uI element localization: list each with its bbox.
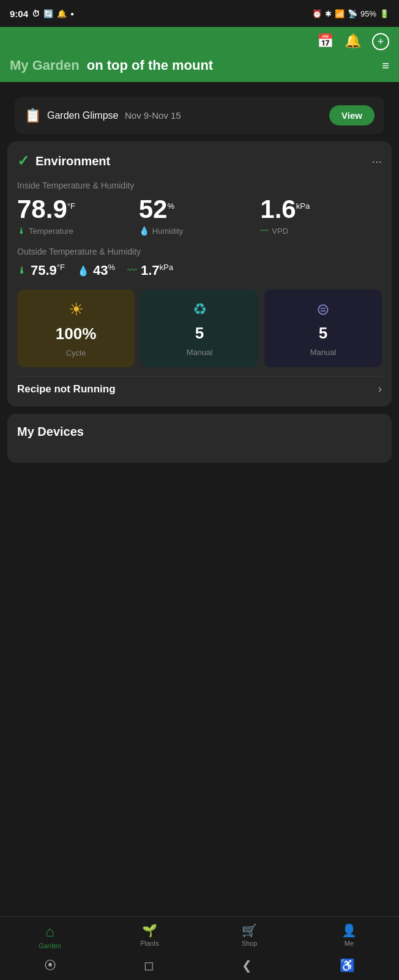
inside-temp-unit: °F — [67, 201, 75, 211]
nav-garden-label: Garden — [39, 942, 61, 949]
env-title-row: ✓ Environment — [17, 152, 110, 170]
outside-temp-unit: °F — [57, 263, 65, 272]
status-bar: 9:04 ⏱ 🔄 🔔 ● ⏰ ✱ 📶 📡 95% 🔋 — [0, 0, 399, 27]
status-time: 9:04 ⏱ 🔄 🔔 ● — [10, 9, 74, 19]
inside-section: Inside Temperature & Humidity 78.9°F 🌡 T… — [17, 181, 382, 236]
nav-shop[interactable]: 🛒 Shop — [200, 923, 299, 949]
nav-garden[interactable]: ⌂ Garden — [0, 923, 100, 949]
inside-temp-value: 78.9°F — [17, 196, 139, 222]
outside-vpd-value: 1.7kPa — [141, 263, 173, 279]
inside-vpd-value: 1.6kPa — [260, 196, 382, 222]
nav-items: ⌂ Garden 🌱 Plants 🛒 Shop 👤 Me — [0, 917, 399, 953]
inside-temp-label: Temperature — [29, 226, 73, 236]
environment-title: Environment — [35, 154, 110, 168]
outside-vpd: 〰 1.7kPa — [127, 263, 173, 279]
wifi-icon: 📶 — [335, 9, 345, 18]
sync-icon: 🔄 — [43, 9, 53, 18]
inside-vpd-label-row: 〰 VPD — [260, 226, 382, 236]
nav-shop-label: Shop — [242, 940, 258, 947]
more-options-icon[interactable]: ··· — [371, 154, 382, 168]
inside-section-label: Inside Temperature & Humidity — [17, 181, 382, 190]
inside-humidity-value: 52% — [139, 196, 261, 222]
outside-humidity: 💧 43% — [77, 263, 115, 279]
status-right-icons: ⏰ ✱ 📶 📡 95% 🔋 — [312, 9, 389, 18]
time-display: 9:04 — [10, 9, 28, 19]
app-header: 📅 🔔 + My Garden on top of the mount ≡ — [0, 27, 399, 82]
inside-vpd-label: VPD — [272, 226, 288, 236]
inside-temp-label-row: 🌡 Temperature — [17, 226, 139, 236]
outside-section-label: Outside Temperature & Humidity — [17, 247, 382, 256]
back-button[interactable]: ❮ — [242, 958, 252, 973]
recent-apps-button[interactable]: ⦿ — [44, 959, 56, 973]
bluetooth-icon: ✱ — [325, 9, 332, 18]
view-button[interactable]: View — [329, 105, 375, 125]
outside-vpd-icon: 〰 — [127, 265, 137, 276]
light-label: Cycle — [66, 348, 86, 357]
inside-humidity-unit: % — [167, 201, 174, 211]
circulation-icon: ⊜ — [316, 300, 330, 319]
inside-humidity-label-row: 💧 Humidity — [139, 226, 261, 236]
circulation-control[interactable]: ⊜ 5 Manual — [264, 290, 382, 367]
bell-icon[interactable]: 🔔 — [345, 33, 361, 50]
notification-icon: 🔔 — [57, 9, 67, 18]
battery-icon: 🔋 — [379, 9, 389, 18]
battery-text: 95% — [360, 9, 376, 18]
inside-readings-row: 78.9°F 🌡 Temperature 52% 💧 Humidity — [17, 196, 382, 236]
android-navigation-bar: ⦿ ◻ ❮ ♿ — [0, 953, 399, 980]
outside-vpd-unit: kPa — [160, 263, 173, 272]
fan-label: Manual — [187, 348, 213, 357]
accessibility-button[interactable]: ♿ — [340, 958, 355, 973]
light-control[interactable]: ☀ 100% Cycle — [17, 290, 135, 367]
recipe-status: Recipe not Running — [17, 383, 116, 395]
my-garden-label: My Garden — [10, 58, 80, 73]
inside-humidity-label: Humidity — [152, 226, 184, 236]
add-icon[interactable]: + — [372, 33, 389, 50]
outside-humidity-value: 43% — [93, 263, 115, 279]
circ-label: Manual — [310, 348, 337, 357]
fan-control[interactable]: ♻ 5 Manual — [141, 290, 258, 367]
bottom-nav: ⌂ Garden 🌱 Plants 🛒 Shop 👤 Me ⦿ ◻ ❮ ♿ — [0, 916, 399, 980]
outside-humidity-icon: 💧 — [77, 265, 89, 277]
header-title-row: My Garden on top of the mount ≡ — [10, 58, 389, 73]
fan-icon: ♻ — [193, 300, 207, 319]
outside-temp-value: 75.9°F — [31, 263, 65, 279]
devices-title: My Devices — [17, 425, 84, 438]
light-value: 100% — [56, 324, 97, 343]
inside-vpd: 1.6kPa 〰 VPD — [260, 196, 382, 236]
nav-me-label: Me — [345, 940, 354, 947]
nav-me[interactable]: 👤 Me — [299, 923, 399, 949]
home-icon: ⌂ — [45, 923, 54, 940]
vpd-icon: 〰 — [260, 226, 269, 236]
chevron-right-icon: › — [378, 383, 382, 395]
home-button[interactable]: ◻ — [144, 958, 154, 973]
outside-humidity-unit: % — [108, 263, 115, 272]
vuetify-logo: ✓ — [17, 152, 29, 170]
calendar-icon[interactable]: 📅 — [317, 33, 334, 50]
recipe-row[interactable]: Recipe not Running › — [17, 383, 382, 395]
divider — [17, 376, 382, 376]
outside-section: Outside Temperature & Humidity 🌡 75.9°F … — [17, 247, 382, 279]
menu-icon[interactable]: ≡ — [382, 59, 389, 73]
environment-card: ✓ Environment ··· Inside Temperature & H… — [7, 141, 392, 406]
glimpse-banner: 📋 Garden Glimpse Nov 9-Nov 15 View — [15, 97, 384, 134]
circ-value: 5 — [319, 324, 327, 343]
nav-plants-label: Plants — [140, 940, 159, 947]
sun-icon: ☀ — [69, 299, 84, 320]
nav-plants[interactable]: 🌱 Plants — [100, 923, 200, 949]
fan-value: 5 — [195, 324, 204, 343]
garden-name: on top of the mount — [87, 58, 375, 73]
glimpse-label: Garden Glimpse Nov 9-Nov 15 — [47, 110, 181, 121]
devices-card: My Devices — [7, 414, 392, 463]
signal-icon: 📡 — [348, 9, 357, 18]
controls-row: ☀ 100% Cycle ♻ 5 Manual ⊜ 5 Manual — [17, 290, 382, 367]
inside-humidity: 52% 💧 Humidity — [139, 196, 261, 236]
outside-readings-row: 🌡 75.9°F 💧 43% 〰 1.7kPa — [17, 263, 382, 279]
dot-indicator: ● — [70, 10, 74, 17]
shop-icon: 🛒 — [242, 923, 257, 938]
inside-vpd-unit: kPa — [296, 201, 310, 211]
plants-icon: 🌱 — [142, 923, 157, 938]
profile-icon: 👤 — [341, 923, 357, 938]
glimpse-date: Nov 9-Nov 15 — [125, 110, 181, 121]
inside-temperature: 78.9°F 🌡 Temperature — [17, 196, 139, 236]
main-content: 📋 Garden Glimpse Nov 9-Nov 15 View ✓ Env… — [0, 82, 399, 563]
